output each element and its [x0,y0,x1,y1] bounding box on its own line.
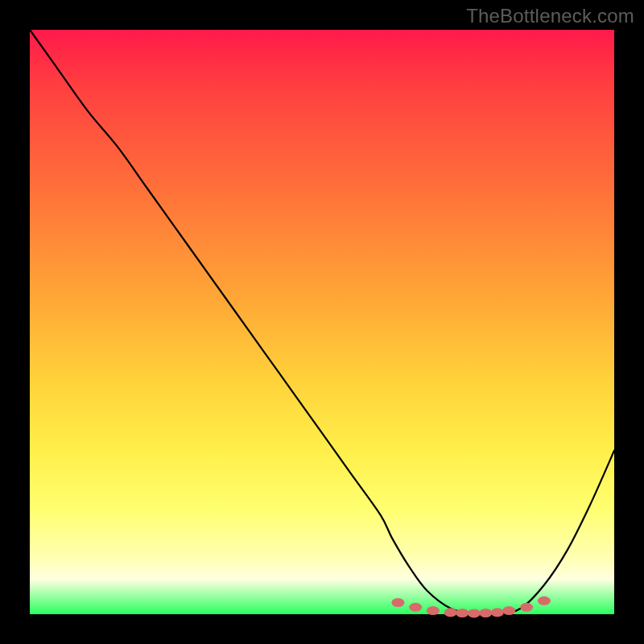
curve-layer [30,30,614,614]
plot-area [30,30,614,614]
flat-zone-dot [427,606,440,615]
flat-zone-dot [520,603,533,612]
flat-zone-dot [456,609,469,617]
flat-zone-dot [479,609,492,617]
bottleneck-curve-path [30,30,614,615]
chart-frame: TheBottleneck.com [0,0,644,644]
flat-zone-dot [491,608,504,617]
flat-zone-dot [538,597,551,605]
flat-zone-dots [391,597,551,618]
watermark-text: TheBottleneck.com [466,5,634,27]
flat-zone-dot [409,603,422,612]
flat-zone-dot [468,609,481,617]
flat-zone-dot [391,598,404,607]
flat-zone-dot [444,608,457,617]
flat-zone-dot [502,606,515,615]
